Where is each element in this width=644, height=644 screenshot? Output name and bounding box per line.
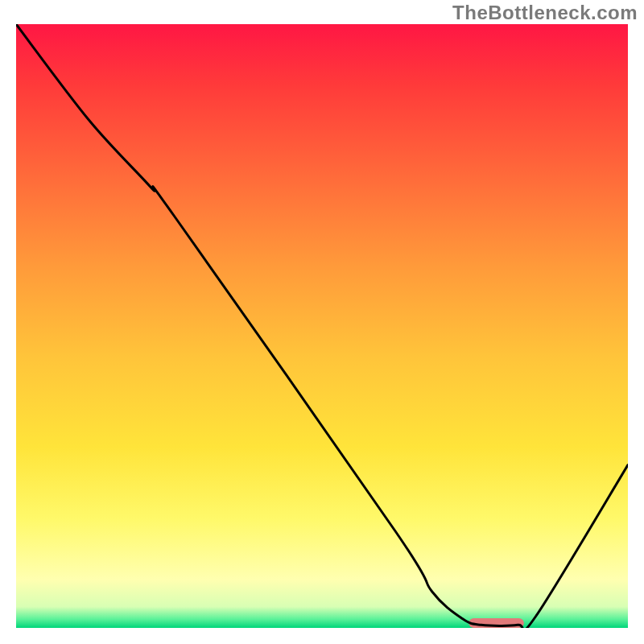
plot-svg [16,24,628,628]
watermark-text: TheBottleneck.com [452,2,638,24]
plot-area [16,24,628,628]
gradient-backdrop [16,24,628,628]
chart-canvas: TheBottleneck.com [0,0,644,644]
